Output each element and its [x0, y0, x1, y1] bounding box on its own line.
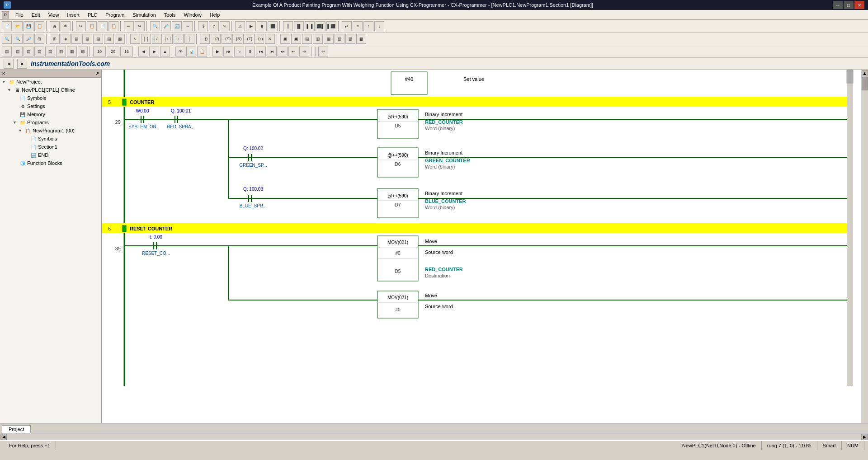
sim2-button[interactable]: ⏸ — [257, 21, 267, 31]
contact-a-button[interactable]: ┤├ — [141, 34, 151, 44]
t3-play[interactable]: ▶ — [212, 47, 222, 56]
func4-button[interactable]: ▥ — [313, 34, 323, 44]
close-button[interactable]: ✕ — [854, 1, 864, 9]
undo-button[interactable]: ↩ — [124, 21, 134, 31]
tree-item-funcblocks[interactable]: 🧊 Function Blocks — [0, 159, 101, 167]
minimize-button[interactable]: ─ — [833, 1, 843, 9]
coil2-button[interactable]: ─(/) — [211, 34, 221, 44]
t3-btn5[interactable]: ▤ — [45, 47, 55, 56]
redo-button[interactable]: ↪ — [135, 21, 145, 31]
tree-item-symbols1[interactable]: 📄 Symbols — [0, 94, 101, 102]
menu-help[interactable]: Help — [206, 11, 224, 19]
zoom-out2-button[interactable]: 🔎 — [24, 34, 33, 44]
t3-monitor1[interactable]: 👁 — [175, 47, 185, 56]
diagram-area[interactable]: #40 Set value COUNTER 5 29 W0.00 — [102, 70, 861, 423]
replace-button[interactable]: 🔄 — [172, 21, 182, 31]
t3-arrow1[interactable]: ◀ — [138, 47, 148, 56]
scroll-right-button[interactable]: ▶ — [861, 434, 868, 440]
t3-btn4[interactable]: ▤ — [34, 47, 44, 56]
menu-view[interactable]: View — [45, 11, 63, 19]
step4-button[interactable]: ▌⬛ — [326, 21, 336, 31]
vert-line-button[interactable]: │ — [184, 34, 194, 44]
zoom-out-button[interactable]: 🔍 — [13, 34, 23, 44]
tree-item-settings[interactable]: ⚙ Settings — [0, 102, 101, 110]
t3-next[interactable]: ⏭ — [278, 47, 288, 56]
warning-button[interactable]: ⚠ — [235, 21, 245, 31]
save-all-button[interactable]: 📋 — [34, 21, 44, 31]
menu-file[interactable]: File — [12, 11, 27, 19]
coil5-button[interactable]: ─(T) — [243, 34, 253, 44]
t3-back[interactable]: ↩ — [318, 47, 328, 56]
func6-button[interactable]: ▧ — [335, 34, 344, 44]
contact-d-button[interactable]: ┤↓├ — [174, 34, 184, 44]
func8-button[interactable]: ▩ — [356, 34, 366, 44]
t3-btn7[interactable]: ▦ — [67, 47, 77, 56]
coil-button[interactable]: ─() — [200, 34, 210, 44]
cursor-button[interactable]: ↖ — [130, 34, 140, 44]
func7-button[interactable]: ▨ — [345, 34, 355, 44]
coil6-button[interactable]: ─(↑) — [254, 34, 264, 44]
print-preview-button[interactable]: 👁 — [61, 21, 71, 31]
new-button[interactable]: 📄 — [2, 21, 12, 31]
coil4-button[interactable]: ─(R) — [232, 34, 242, 44]
coil3-button[interactable]: ─(S) — [222, 34, 231, 44]
transfer-button[interactable]: ⇄ — [342, 21, 352, 31]
tree-item-newprogram1[interactable]: ▼ 📋 NewProgram1 (00) — [0, 127, 101, 135]
find-button[interactable]: 🔍 — [150, 21, 160, 31]
tree-item-end[interactable]: 🔚 END — [0, 151, 101, 159]
t3-btn2[interactable]: ▤ — [13, 47, 23, 56]
grid-button[interactable]: ⊞ — [50, 34, 60, 44]
goto-button[interactable]: → — [183, 21, 193, 31]
panel-close-icon[interactable]: ✕ — [2, 71, 5, 76]
tree-item-newplc1[interactable]: ▼ 🖥 NewPLC1[CP1L] Offline — [0, 86, 101, 94]
view3-button[interactable]: ▤ — [71, 34, 81, 44]
open-button[interactable]: 📂 — [13, 21, 23, 31]
t3-num2[interactable]: 20 — [107, 47, 119, 56]
func2-button[interactable]: ▣ — [291, 34, 301, 44]
zoom-in-button[interactable]: 🔍 — [2, 34, 12, 44]
t3-monitor3[interactable]: 📋 — [197, 47, 207, 56]
step-button[interactable]: ▐▌ — [294, 21, 304, 31]
menu-window[interactable]: Window — [180, 11, 205, 19]
t3-arrow3[interactable]: ▲ — [160, 47, 170, 56]
scroll-left-button[interactable]: ◀ — [0, 434, 7, 440]
t3-btn3[interactable]: ▤ — [24, 47, 33, 56]
bottom-scrollbar[interactable]: ◀ ▶ — [0, 433, 868, 440]
t3-fwd[interactable]: ⇥ — [299, 47, 309, 56]
step2-button[interactable]: ▌▐ — [305, 21, 315, 31]
view2-button[interactable]: ◈ — [61, 34, 71, 44]
tree-item-section1[interactable]: 📄 Section1 — [0, 143, 101, 151]
pause-button[interactable]: ‖ — [283, 21, 293, 31]
contact-b-button[interactable]: ┤/├ — [152, 34, 162, 44]
t3-btn6[interactable]: ▥ — [56, 47, 66, 56]
info-button[interactable]: ℹ — [198, 21, 208, 31]
view5-button[interactable]: ▤ — [93, 34, 103, 44]
zoom-fit-button[interactable]: ⊞ — [34, 34, 44, 44]
tab-project[interactable]: Project — [2, 425, 31, 433]
menu-program[interactable]: Program — [102, 11, 128, 19]
t3-pause2[interactable]: ⏸ — [245, 47, 255, 56]
search-button[interactable]: 🔎 — [161, 21, 171, 31]
t3-arrow2[interactable]: ▶ — [149, 47, 159, 56]
right-scrollbar[interactable]: ▲ — [861, 70, 868, 423]
step3-button[interactable]: ⬛▌ — [316, 21, 326, 31]
print-button[interactable]: 🖨 — [50, 21, 60, 31]
download-button[interactable]: ↓ — [374, 21, 384, 31]
t3-btn1[interactable]: ▤ — [2, 47, 12, 56]
paste-special-button[interactable]: 📋 — [108, 21, 118, 31]
sim1-button[interactable]: ▶ — [246, 21, 256, 31]
t3-num1[interactable]: 10 — [93, 47, 106, 56]
t3-num3[interactable]: 16 — [120, 47, 133, 56]
view4-button[interactable]: ▤ — [82, 34, 92, 44]
menu-edit[interactable]: Edit — [28, 11, 44, 19]
help2-button[interactable]: ?! — [220, 21, 230, 31]
save-button[interactable]: 💾 — [24, 21, 33, 31]
t3-prev[interactable]: ⏮ — [267, 47, 277, 56]
menu-insert[interactable]: Insert — [63, 11, 83, 19]
addr-fwd[interactable]: ▶ — [17, 59, 27, 69]
t3-step2[interactable]: ⏭ — [256, 47, 266, 56]
plc-button[interactable]: ⬛ — [268, 21, 278, 31]
t3-step[interactable]: ⏮ — [223, 47, 233, 56]
view7-button[interactable]: ▦ — [115, 34, 125, 44]
view6-button[interactable]: ▤ — [104, 34, 114, 44]
